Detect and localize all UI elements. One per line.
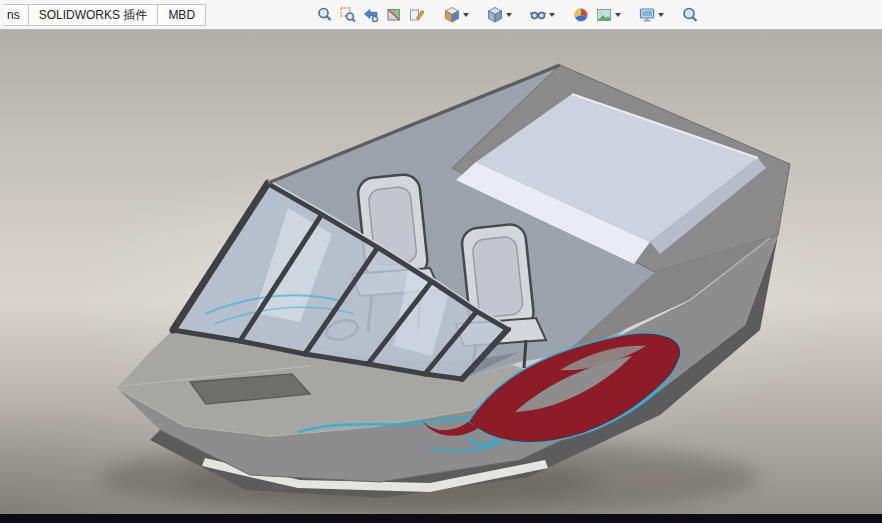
tab-solidworks-addins[interactable]: SOLIDWORKS 插件 [28, 4, 159, 26]
zoom-to-fit-button[interactable] [315, 3, 335, 27]
magnifying-glass-icon [681, 6, 699, 24]
dropdown-arrow-icon[interactable] [658, 13, 664, 17]
tab-mbd[interactable]: MBD [157, 4, 206, 26]
dropdown-arrow-icon[interactable] [615, 13, 621, 17]
command-bar: ns SOLIDWORKS 插件 MBD [0, 0, 882, 30]
display-style-icon [486, 6, 504, 24]
hide-show-items-button[interactable] [528, 3, 556, 27]
dropdown-arrow-icon[interactable] [549, 13, 555, 17]
heads-up-toolbar [315, 3, 700, 27]
taskbar-strip [0, 514, 882, 523]
dropdown-arrow-icon[interactable] [506, 13, 512, 17]
view-orientation-icon [443, 6, 461, 24]
hide-show-items-icon [529, 6, 547, 24]
commandmanager-tabs: ns SOLIDWORKS 插件 MBD [4, 4, 205, 26]
previous-view-icon [362, 6, 380, 24]
magnifying-glass-button[interactable] [680, 3, 700, 27]
apply-scene-button[interactable] [594, 3, 622, 27]
edit-appearance-button[interactable] [571, 3, 591, 27]
previous-view-button[interactable] [361, 3, 381, 27]
view-settings-button[interactable] [637, 3, 665, 27]
zoom-to-area-icon [339, 6, 357, 24]
section-view-button[interactable] [384, 3, 404, 27]
view-settings-icon [638, 6, 656, 24]
viewport-3d-model[interactable] [0, 30, 882, 514]
apply-scene-icon [595, 6, 613, 24]
annotation-views-button[interactable] [407, 3, 427, 27]
display-style-button[interactable] [485, 3, 513, 27]
zoom-to-area-button[interactable] [338, 3, 358, 27]
tab-partial-ns[interactable]: ns [4, 4, 29, 26]
annotation-views-icon [408, 6, 426, 24]
view-orientation-button[interactable] [442, 3, 470, 27]
zoom-to-fit-icon [316, 6, 334, 24]
graphics-viewport[interactable] [0, 30, 882, 514]
section-view-icon [385, 6, 403, 24]
dropdown-arrow-icon[interactable] [463, 13, 469, 17]
edit-appearance-icon [572, 6, 590, 24]
